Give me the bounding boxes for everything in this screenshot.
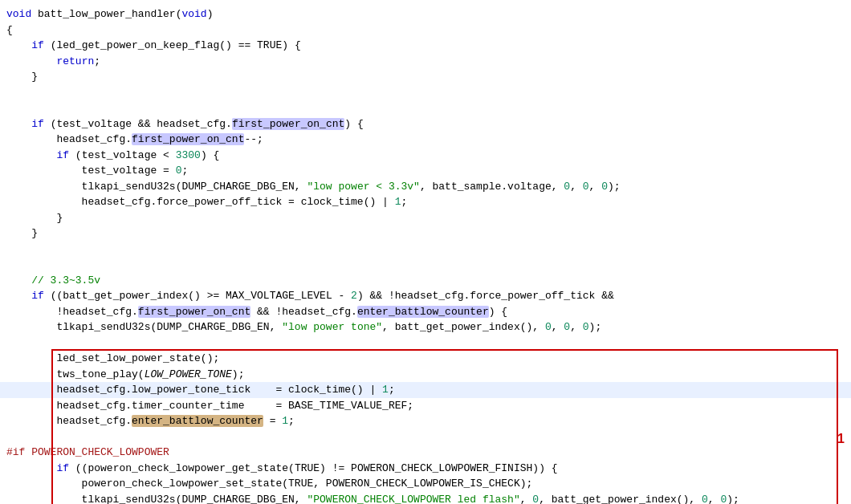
code-token: tws_tone_play( [6, 368, 145, 380]
code-line: } [0, 226, 851, 242]
code-token: ; [389, 384, 395, 396]
code-token: ) { [489, 306, 507, 318]
code-token: 0 [532, 494, 539, 505]
code-token: "low power < 3.3v" [307, 181, 419, 193]
code-token: && !headset_cfg. [250, 306, 357, 318]
code-token: = [263, 415, 282, 427]
code-token: headset_cfg. [6, 133, 132, 145]
code-line: headset_cfg.first_power_on_cnt--; [0, 132, 851, 148]
code-token: , [589, 181, 602, 193]
code-line: return; [0, 54, 851, 70]
code-token: ) [207, 8, 214, 20]
code-line: headset_cfg.force_power_off_tick = clock… [0, 194, 851, 210]
code-token: test_voltage = [6, 165, 176, 177]
code-token: enter_battlow_counter [132, 415, 263, 427]
code-content: { [6, 22, 845, 39]
code-content: if ((batt_get_power_index() >= MAX_VOLTA… [6, 288, 845, 304]
code-content: tlkapi_sendU32s(DUMP_CHARGE_DBG_EN, "low… [6, 319, 845, 335]
code-token: 3300 [176, 149, 201, 161]
code-line: poweron_check_lowpower_set_state(TRUE, P… [0, 476, 851, 492]
code-token: , batt_sample.voltage, [420, 181, 564, 193]
code-token: (led_get_power_on_keep_flag() == TRUE) { [44, 39, 301, 51]
code-token: headset_cfg. [6, 415, 132, 427]
code-content [6, 242, 845, 258]
code-content: return; [6, 54, 845, 70]
code-content: tws_tone_play(LOW_POWER_TONE); [6, 367, 845, 383]
code-line: test_voltage = 0; [0, 163, 851, 179]
code-token: enter_battlow_counter [357, 306, 489, 318]
code-token: 0 [564, 321, 570, 333]
code-token: ((batt_get_power_index() >= MAX_VOLTAGE_… [44, 290, 351, 302]
code-content: !headset_cfg.first_power_on_cnt && !head… [6, 304, 845, 320]
code-line: tws_tone_play(LOW_POWER_TONE); [0, 367, 851, 383]
code-token [6, 55, 56, 67]
code-token: first_power_on_cnt [132, 133, 244, 145]
code-token: return [56, 55, 94, 67]
code-token: LOW_POWER_TONE [145, 368, 232, 380]
code-line [0, 257, 851, 273]
red-box-number: 1 [837, 429, 845, 449]
code-content: if (test_voltage && headset_cfg.first_po… [6, 116, 845, 132]
code-token: batt_low_power_handler( [31, 8, 181, 20]
code-token: 0 [583, 321, 589, 333]
code-token: // 3.3~3.5v [6, 274, 100, 287]
code-token: headset_cfg.timer_counter_time = BASE_TI… [6, 400, 413, 412]
code-token: 2 [351, 290, 357, 302]
code-line: if ((batt_get_power_index() >= MAX_VOLTA… [0, 288, 851, 304]
code-token: headset_cfg.low_power_tone_tick = clock_… [6, 384, 382, 396]
code-content [6, 257, 845, 273]
code-line: headset_cfg.timer_counter_time = BASE_TI… [0, 398, 851, 414]
code-token: ) { [344, 118, 363, 130]
code-token: tlkapi_sendU32s(DUMP_CHARGE_DBG_EN, [6, 321, 282, 333]
code-token: ); [589, 321, 602, 333]
code-token: if [56, 462, 69, 474]
code-line [0, 335, 851, 352]
code-content: } [6, 69, 845, 85]
code-token: { [6, 24, 13, 36]
code-token: ); [232, 368, 245, 380]
code-line: tlkapi_sendU32s(DUMP_CHARGE_DBG_EN, "low… [0, 179, 851, 195]
code-token: --; [244, 133, 263, 145]
code-line [0, 85, 851, 101]
code-line: #if POWERON_CHECK_LOWPOWER [0, 445, 851, 461]
code-line: } [0, 210, 851, 226]
code-content: headset_cfg.first_power_on_cnt--; [6, 132, 845, 148]
code-content: poweron_check_lowpower_set_state(TRUE, P… [6, 476, 845, 492]
code-token: void [6, 8, 31, 20]
code-token: ; [401, 196, 408, 208]
code-content: tlkapi_sendU32s(DUMP_CHARGE_DBG_EN, "low… [6, 179, 845, 195]
code-token: 1 [382, 384, 389, 396]
code-content [6, 335, 845, 352]
code-token: ) { [201, 149, 219, 161]
code-content: if (led_get_power_on_keep_flag() == TRUE… [6, 38, 845, 54]
code-line: if ((poweron_check_lowpower_get_state(TR… [0, 461, 851, 477]
code-token: , [708, 494, 721, 505]
code-line: if (test_voltage < 3300) { [0, 148, 851, 164]
code-token: , [570, 181, 583, 193]
code-token: ); [608, 181, 621, 193]
code-token: poweron_check_lowpower_set_state(TRUE, P… [6, 478, 532, 490]
code-token: if [31, 118, 44, 130]
code-token [6, 462, 56, 474]
code-token: ; [288, 415, 295, 427]
code-content [6, 429, 845, 445]
code-token: void [181, 8, 206, 20]
code-line: tlkapi_sendU32s(DUMP_CHARGE_DBG_EN, "low… [0, 319, 851, 335]
code-line: } [0, 69, 851, 85]
code-line: headset_cfg.enter_battlow_counter = 1; [0, 413, 851, 429]
code-line [0, 100, 851, 116]
code-token: } [6, 227, 38, 239]
code-token: if [31, 39, 44, 51]
code-token: ((poweron_check_lowpower_get_state(TRUE)… [69, 462, 558, 474]
code-line [0, 242, 851, 258]
code-token: } [6, 212, 63, 224]
code-token: "low power tone" [282, 321, 382, 333]
code-token: if [31, 290, 44, 302]
code-token: tlkapi_sendU32s(DUMP_CHARGE_DBG_EN, [6, 181, 307, 193]
code-content [6, 85, 845, 101]
code-token: "POWERON_CHECK_LOWPOWER led flash" [307, 494, 519, 505]
code-content: headset_cfg.enter_battlow_counter = 1; [6, 413, 845, 429]
code-token: first_power_on_cnt [138, 306, 250, 318]
code-token: tlkapi_sendU32s(DUMP_CHARGE_DBG_EN, [6, 494, 307, 505]
code-content: tlkapi_sendU32s(DUMP_CHARGE_DBG_EN, "POW… [6, 492, 845, 505]
